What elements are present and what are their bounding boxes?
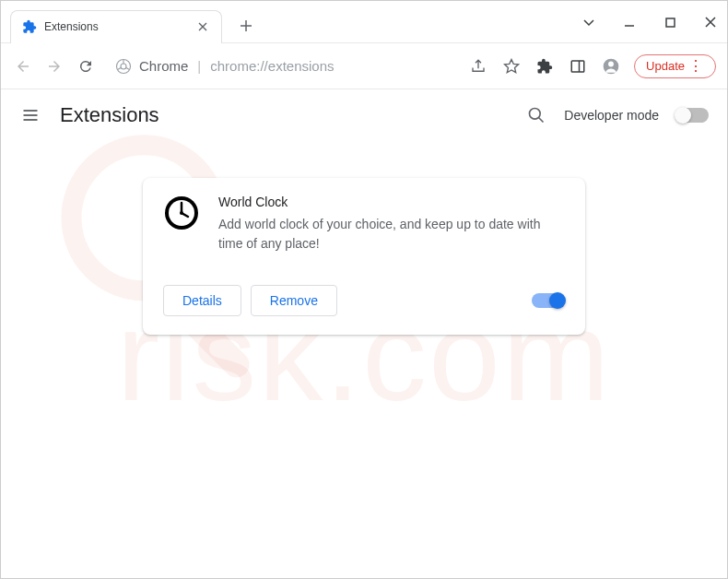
header-right: Developer mode — [525, 104, 709, 126]
close-button[interactable] — [701, 13, 720, 31]
star-icon[interactable] — [501, 56, 522, 77]
tab-title: Extensions — [44, 20, 188, 33]
extension-description: Add world clock of your choice, and keep… — [218, 215, 565, 254]
forward-button[interactable] — [43, 55, 65, 77]
share-icon[interactable] — [468, 56, 488, 77]
titlebar: Extensions — [1, 1, 727, 43]
chevron-down-icon[interactable] — [580, 13, 598, 31]
window-controls — [580, 1, 720, 43]
svg-rect-0 — [666, 18, 675, 27]
toolbar-icons: Update ⋮ — [468, 54, 716, 78]
card-actions: Details Remove — [163, 285, 565, 316]
svg-point-9 — [180, 211, 183, 215]
svg-rect-3 — [571, 61, 584, 72]
page-title: Extensions — [60, 103, 159, 127]
address-bar[interactable]: Chrome | chrome://extensions — [106, 52, 459, 81]
update-label: Update — [646, 59, 685, 73]
enable-toggle[interactable] — [532, 293, 565, 308]
toolbar: Chrome | chrome://extensions Update ⋮ — [1, 43, 727, 89]
address-separator: | — [197, 58, 201, 74]
svg-point-6 — [530, 109, 541, 120]
menu-dots-icon: ⋮ — [688, 59, 702, 74]
extension-name: World Clock — [218, 195, 565, 209]
update-button[interactable]: Update ⋮ — [634, 54, 716, 78]
puzzle-icon — [22, 19, 37, 34]
page-header: Extensions Developer mode — [1, 89, 727, 141]
back-button[interactable] — [12, 55, 34, 77]
svg-point-2 — [121, 64, 126, 69]
card-header: World Clock Add world clock of your choi… — [163, 195, 565, 254]
address-path: chrome://extensions — [210, 58, 334, 74]
profile-icon[interactable] — [601, 56, 621, 77]
remove-button[interactable]: Remove — [251, 285, 337, 316]
extension-card: World Clock Add world clock of your choi… — [143, 178, 585, 335]
clock-icon — [163, 195, 200, 231]
extensions-icon[interactable] — [534, 56, 555, 77]
extension-info: World Clock Add world clock of your choi… — [218, 195, 565, 254]
developer-mode-toggle[interactable] — [675, 108, 709, 123]
new-tab-button[interactable] — [233, 13, 259, 39]
address-host: Chrome — [139, 58, 188, 74]
svg-point-5 — [608, 61, 614, 66]
hamburger-icon[interactable] — [19, 104, 41, 126]
developer-mode-label: Developer mode — [564, 108, 659, 123]
extensions-list: World Clock Add world clock of your choi… — [1, 141, 727, 335]
reload-button[interactable] — [75, 55, 97, 77]
search-icon[interactable] — [525, 104, 547, 126]
sidepanel-icon[interactable] — [568, 56, 588, 77]
chrome-icon — [115, 58, 132, 75]
details-button[interactable]: Details — [163, 285, 241, 316]
minimize-button[interactable] — [620, 13, 639, 31]
browser-tab[interactable]: Extensions — [10, 10, 222, 43]
close-icon[interactable] — [195, 19, 210, 34]
maximize-button[interactable] — [661, 13, 679, 31]
